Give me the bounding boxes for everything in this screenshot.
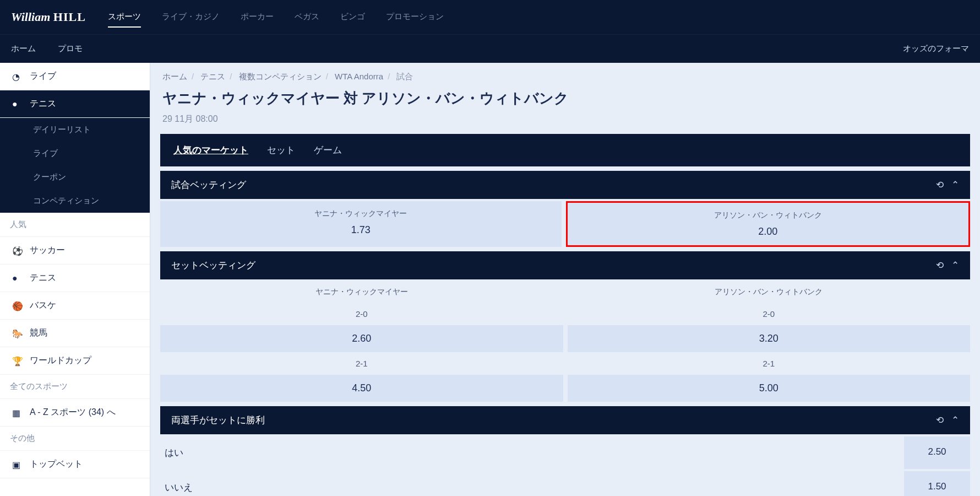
top-nav-bingo[interactable]: ビンゴ xyxy=(340,7,365,28)
set-p2-col: アリソン・バン・ウィトバンク 2-0 3.20 2-1 5.00 xyxy=(568,282,971,402)
market-set-title: セットベッティング xyxy=(171,259,255,272)
sidebar-basket-label: バスケ xyxy=(30,300,56,311)
sidebar-tennis[interactable]: ● テニス xyxy=(0,90,150,118)
top-nav-livecasino[interactable]: ライブ・カジノ xyxy=(162,7,220,28)
market-bothwin-title: 両選手がセットに勝利 xyxy=(171,414,265,427)
match-p2-odds: 2.00 xyxy=(568,226,969,238)
top-nav: スポーツ ライブ・カジノ ポーカー ベガス ビンゴ プロモーション xyxy=(108,7,444,28)
trophy-icon: 🏆 xyxy=(12,356,22,366)
tab-popular[interactable]: 人気のマーケット xyxy=(173,144,248,157)
main-content: ホーム/ テニス/ 複数コンペティション/ WTA Andorra/ 試合 ヤニ… xyxy=(150,63,980,496)
odds-format-label[interactable]: オッズのフォーマ xyxy=(903,44,969,54)
page-title: ヤニナ・ウィックマイヤー 対 アリソン・バン・ウィトバンク xyxy=(150,85,980,111)
sidebar-sub-coupon[interactable]: クーポン xyxy=(0,165,150,189)
refresh-icon[interactable]: ⟲ xyxy=(936,414,944,426)
sidebar-az-label: A - Z スポーツ (34) へ xyxy=(30,407,116,418)
logo[interactable]: William HILL xyxy=(11,10,86,24)
sidebar-horse[interactable]: 🐎競馬 xyxy=(0,320,150,347)
top-nav-poker[interactable]: ポーカー xyxy=(241,7,274,28)
sidebar-az-sports[interactable]: ▦A - Z スポーツ (34) へ xyxy=(0,399,150,427)
crumb-wta[interactable]: WTA Andorra xyxy=(335,72,383,81)
bothwin-no-odds[interactable]: 1.50 xyxy=(904,471,970,496)
sub-nav-home[interactable]: ホーム xyxy=(11,44,36,54)
match-p1-odds: 1.73 xyxy=(160,224,562,236)
sidebar-topbet[interactable]: ▣トップベット xyxy=(0,451,150,478)
refresh-icon[interactable]: ⟲ xyxy=(936,179,944,191)
sidebar-live-label: ライブ xyxy=(30,71,56,82)
match-p1-name: ヤニナ・ウィックマイヤー xyxy=(160,209,562,219)
set-p1-score1: 2-1 xyxy=(160,354,563,373)
soccer-icon: ⚽ xyxy=(12,246,22,256)
set-p2-score1: 2-1 xyxy=(568,354,971,373)
set-p2-name: アリソン・バン・ウィトバンク xyxy=(568,282,971,303)
sidebar-sub-competition[interactable]: コンペティション xyxy=(0,189,150,213)
top-nav-sports[interactable]: スポーツ xyxy=(108,7,141,28)
bothwin-no-label: いいえ xyxy=(160,471,900,496)
market-match: 試合ベッティング ⟲ ⌃ ヤニナ・ウィックマイヤー 1.73 アリソン・バン・ウ… xyxy=(160,171,970,247)
sidebar-horse-label: 競馬 xyxy=(30,327,47,339)
market-bothwin: 両選手がセットに勝利 ⟲⌃ はい 2.50 いいえ 1.50 xyxy=(160,406,970,496)
page-date: 29 11月 08:00 xyxy=(150,111,980,134)
set-p2-odds1[interactable]: 5.00 xyxy=(568,375,971,402)
square-icon: ▣ xyxy=(12,460,22,470)
tab-set[interactable]: セット xyxy=(267,144,295,157)
top-nav-vegas[interactable]: ベガス xyxy=(295,7,319,28)
breadcrumb: ホーム/ テニス/ 複数コンペティション/ WTA Andorra/ 試合 xyxy=(150,63,980,85)
match-p2-name: アリソン・バン・ウィトバンク xyxy=(568,211,969,220)
sidebar-tennis2[interactable]: ●テニス xyxy=(0,265,150,292)
refresh-icon[interactable]: ⟲ xyxy=(936,260,944,271)
crumb-home[interactable]: ホーム xyxy=(162,72,187,81)
chevron-up-icon[interactable]: ⌃ xyxy=(951,260,959,271)
sidebar-worldcup-label: ワールドカップ xyxy=(30,355,91,366)
bothwin-yes-label: はい xyxy=(160,436,900,469)
sidebar-allsports-head: 全てのスポーツ xyxy=(0,375,150,399)
tennis-icon: ● xyxy=(12,273,22,283)
set-p2-odds0[interactable]: 3.20 xyxy=(568,325,971,352)
market-set-head[interactable]: セットベッティング ⟲⌃ xyxy=(160,251,970,279)
sidebar-live[interactable]: ◔ ライブ xyxy=(0,63,150,90)
tennis-icon: ● xyxy=(12,99,22,109)
match-p1-cell[interactable]: ヤニナ・ウィックマイヤー 1.73 xyxy=(160,201,562,247)
sub-bar: ホーム プロモ オッズのフォーマ xyxy=(0,34,980,63)
logo-pre: William xyxy=(11,10,50,24)
crumb-competitions[interactable]: 複数コンペティション xyxy=(239,72,322,81)
market-head-icons: ⟲ ⌃ xyxy=(936,179,959,191)
sidebar-tennis2-label: テニス xyxy=(30,272,56,284)
market-bothwin-head[interactable]: 両選手がセットに勝利 ⟲⌃ xyxy=(160,406,970,434)
market-tabs: 人気のマーケット セット ゲーム xyxy=(160,134,970,166)
sidebar-tennis-label: テニス xyxy=(30,98,56,110)
az-icon: ▦ xyxy=(12,408,22,418)
match-p2-cell[interactable]: アリソン・バン・ウィトバンク 2.00 xyxy=(566,201,971,247)
sub-nav-promo[interactable]: プロモ xyxy=(58,44,83,54)
set-p1-odds1[interactable]: 4.50 xyxy=(160,375,563,402)
sidebar-sub-daily[interactable]: デイリーリスト xyxy=(0,118,150,142)
sub-nav: ホーム プロモ xyxy=(11,44,83,54)
tab-game[interactable]: ゲーム xyxy=(314,144,342,157)
market-match-title: 試合ベッティング xyxy=(171,179,246,191)
set-p1-name: ヤニナ・ウィックマイヤー xyxy=(160,282,563,303)
sidebar-soccer[interactable]: ⚽サッカー xyxy=(0,237,150,265)
chevron-up-icon[interactable]: ⌃ xyxy=(951,179,959,191)
sidebar-sub-live[interactable]: ライブ xyxy=(0,142,150,165)
market-set: セットベッティング ⟲⌃ ヤニナ・ウィックマイヤー 2-0 2.60 2-1 4… xyxy=(160,251,970,402)
sidebar-soccer-label: サッカー xyxy=(30,245,65,256)
set-p1-score0: 2-0 xyxy=(160,305,563,323)
bothwin-yes-odds[interactable]: 2.50 xyxy=(904,436,970,469)
sidebar-topbet-label: トップベット xyxy=(30,459,83,470)
chevron-up-icon[interactable]: ⌃ xyxy=(951,414,959,426)
sidebar-basket[interactable]: 🏀バスケ xyxy=(0,292,150,320)
market-match-head[interactable]: 試合ベッティング ⟲ ⌃ xyxy=(160,171,970,199)
horse-icon: 🐎 xyxy=(12,328,22,338)
set-p1-odds0[interactable]: 2.60 xyxy=(160,325,563,352)
clock-icon: ◔ xyxy=(12,72,22,82)
sidebar: ◔ ライブ ● テニス デイリーリスト ライブ クーポン コンペティション 人気… xyxy=(0,63,150,496)
crumb-tennis[interactable]: テニス xyxy=(200,72,225,81)
set-p2-score0: 2-0 xyxy=(568,305,971,323)
set-p1-col: ヤニナ・ウィックマイヤー 2-0 2.60 2-1 4.50 xyxy=(160,282,563,402)
crumb-match: 試合 xyxy=(396,72,413,81)
basketball-icon: 🏀 xyxy=(12,301,22,311)
sidebar-other-head: その他 xyxy=(0,427,150,451)
sidebar-worldcup[interactable]: 🏆ワールドカップ xyxy=(0,347,150,375)
top-nav-promo[interactable]: プロモーション xyxy=(386,7,444,28)
sidebar-submenu: デイリーリスト ライブ クーポン コンペティション xyxy=(0,118,150,213)
